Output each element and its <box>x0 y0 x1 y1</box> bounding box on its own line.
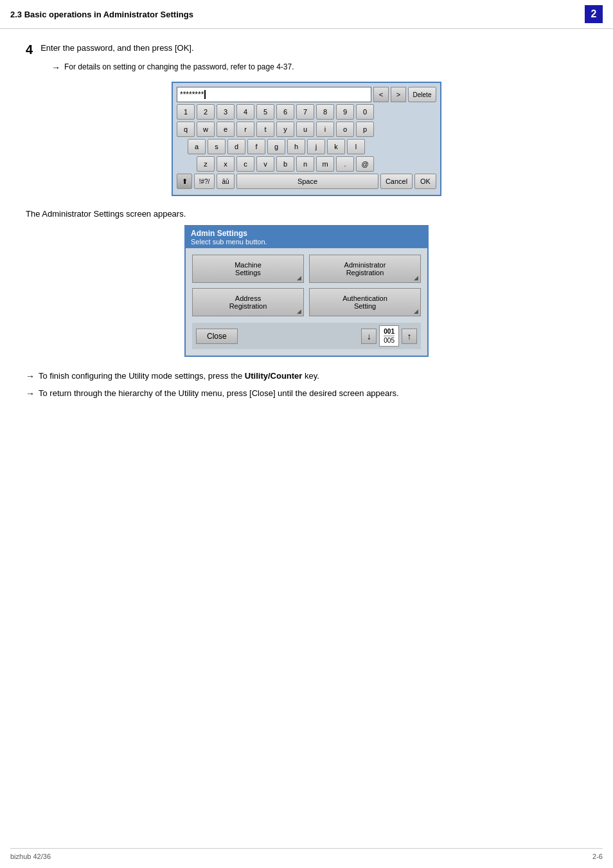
shift-button[interactable]: ⬆ <box>177 174 192 189</box>
key-y[interactable]: y <box>276 122 294 137</box>
function-row: ⬆ !#?/ āū Space Cancel OK <box>177 174 436 189</box>
key-f[interactable]: f <box>247 139 265 154</box>
key-u[interactable]: u <box>296 122 314 137</box>
key-b[interactable]: b <box>276 156 294 172</box>
key-n[interactable]: n <box>296 156 314 172</box>
page-counter: 001 005 <box>379 325 399 347</box>
asdf-row: a s d f g h j k l <box>177 139 436 154</box>
note-1-text: To finish configuring the Utility mode s… <box>39 370 319 383</box>
page-number-badge: 2 <box>585 5 603 23</box>
corner-arrow-icon-4: ◢ <box>414 308 418 314</box>
admin-panel-title: Admin Settings <box>191 229 422 238</box>
space-button[interactable]: Space <box>236 174 378 189</box>
step-number: 4 <box>26 42 33 57</box>
key-x[interactable]: x <box>217 156 235 172</box>
footer-right: 2-6 <box>592 853 603 860</box>
key-1[interactable]: 1 <box>177 104 195 120</box>
keyboard-panel: ******** < > Delete 1 2 3 4 5 6 7 8 9 0 … <box>172 82 441 196</box>
administrator-registration-button[interactable]: AdministratorRegistration ◢ <box>309 255 421 283</box>
qwerty-row: q w e r t y u i o p <box>177 122 436 137</box>
note-arrow-icon-1: → <box>26 370 35 383</box>
admin-panel-body: MachineSettings ◢ AdministratorRegistrat… <box>186 248 427 356</box>
note-2: → To return through the hierarchy of the… <box>26 387 587 401</box>
key-i[interactable]: i <box>316 122 334 137</box>
delete-button[interactable]: Delete <box>408 87 436 102</box>
machine-settings-button[interactable]: MachineSettings ◢ <box>192 255 304 283</box>
nav-up-button[interactable]: ↑ <box>402 329 417 344</box>
nav-down-button[interactable]: ↓ <box>361 329 377 344</box>
key-l[interactable]: l <box>347 139 365 154</box>
notes-section: → To finish configuring the Utility mode… <box>26 370 587 401</box>
key-s[interactable]: s <box>208 139 226 154</box>
paragraph-admin-appears: The Administrator Settings screen appear… <box>26 209 587 219</box>
admin-panel-footer: Close ↓ 001 005 ↑ <box>192 323 421 349</box>
corner-arrow-icon: ◢ <box>297 275 301 281</box>
key-z[interactable]: z <box>197 156 215 172</box>
key-k[interactable]: k <box>327 139 345 154</box>
ok-button[interactable]: OK <box>414 174 436 189</box>
step-instruction: Enter the password, and then press [OK]. <box>40 42 587 55</box>
note-1: → To finish configuring the Utility mode… <box>26 370 587 383</box>
key-6[interactable]: 6 <box>276 104 294 120</box>
key-period[interactable]: . <box>336 156 354 172</box>
section-title: 2.3 Basic operations in Administrator Se… <box>10 10 193 19</box>
footer-left: bizhub 42/36 <box>10 853 51 860</box>
key-c[interactable]: c <box>236 156 254 172</box>
number-row: 1 2 3 4 5 6 7 8 9 0 <box>177 104 436 120</box>
key-g[interactable]: g <box>267 139 285 154</box>
key-w[interactable]: w <box>197 122 215 137</box>
key-r[interactable]: r <box>236 122 254 137</box>
cancel-button[interactable]: Cancel <box>380 174 413 189</box>
key-o[interactable]: o <box>336 122 354 137</box>
address-registration-button[interactable]: AddressRegistration ◢ <box>192 288 304 316</box>
nav-right-button[interactable]: > <box>391 87 406 102</box>
key-0[interactable]: 0 <box>356 104 374 120</box>
key-7[interactable]: 7 <box>296 104 314 120</box>
admin-panel-subtitle: Select sub menu button. <box>191 238 422 246</box>
key-3[interactable]: 3 <box>217 104 235 120</box>
admin-panel-header: Admin Settings Select sub menu button. <box>186 226 427 248</box>
key-8[interactable]: 8 <box>316 104 334 120</box>
password-input[interactable]: ******** <box>177 87 371 102</box>
key-h[interactable]: h <box>287 139 305 154</box>
note-arrow-icon-2: → <box>26 387 35 401</box>
key-e[interactable]: e <box>217 122 235 137</box>
key-a[interactable]: a <box>188 139 206 154</box>
key-v[interactable]: v <box>256 156 274 172</box>
symbols-button[interactable]: !#?/ <box>194 174 215 189</box>
admin-menu-grid: MachineSettings ◢ AdministratorRegistrat… <box>192 255 421 316</box>
key-4[interactable]: 4 <box>236 104 254 120</box>
nav-left-button[interactable]: < <box>373 87 389 102</box>
key-t[interactable]: t <box>256 122 274 137</box>
authentication-setting-button[interactable]: AuthenticationSetting ◢ <box>309 288 421 316</box>
key-j[interactable]: j <box>307 139 325 154</box>
corner-arrow-icon-3: ◢ <box>297 308 301 314</box>
corner-arrow-icon-2: ◢ <box>414 275 418 281</box>
admin-settings-panel: Admin Settings Select sub menu button. M… <box>184 225 429 357</box>
page-footer: bizhub 42/36 2-6 <box>10 848 603 860</box>
key-at[interactable]: @ <box>356 156 374 172</box>
close-button[interactable]: Close <box>196 329 238 344</box>
key-q[interactable]: q <box>177 122 195 137</box>
key-m[interactable]: m <box>316 156 334 172</box>
key-2[interactable]: 2 <box>197 104 215 120</box>
arrow-icon: → <box>51 62 60 73</box>
admin-nav-group: ↓ 001 005 ↑ <box>361 325 417 347</box>
step-note: For details on setting or changing the p… <box>64 62 294 71</box>
accents-button[interactable]: āū <box>217 174 235 189</box>
zxcv-row: z x c v b n m . @ <box>177 156 436 172</box>
key-5[interactable]: 5 <box>256 104 274 120</box>
note-2-text: To return through the hierarchy of the U… <box>39 387 399 400</box>
key-9[interactable]: 9 <box>336 104 354 120</box>
key-d[interactable]: d <box>227 139 245 154</box>
key-p[interactable]: p <box>356 122 374 137</box>
